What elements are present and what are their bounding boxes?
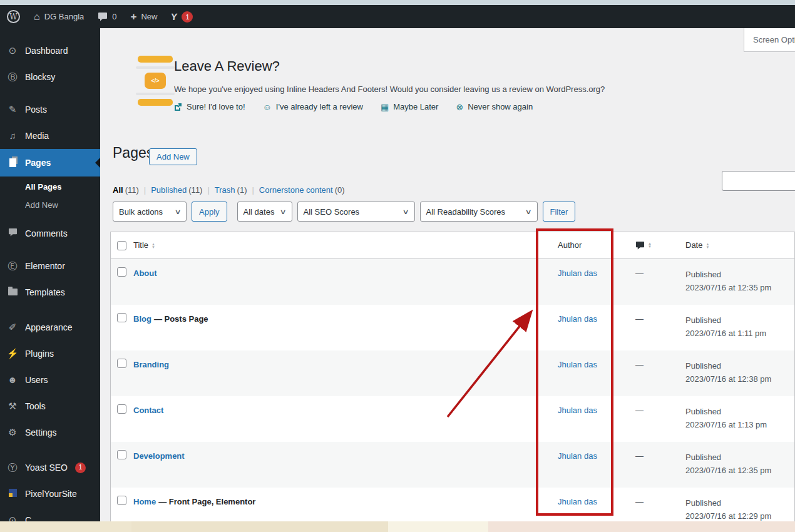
bottom-border-segment <box>388 521 488 532</box>
review-banner: Leave A Review? We hope you've enjoyed u… <box>174 58 605 111</box>
banner-title: Leave A Review? <box>174 58 605 74</box>
banner-icon-bar <box>138 99 173 106</box>
comments-admin-link[interactable]: 0 <box>91 5 123 28</box>
review-yes-label: Sure! I'd love to! <box>187 102 245 111</box>
sidebar-item-users[interactable]: ☻ Users <box>0 367 100 393</box>
sidebar-item-posts[interactable]: ✎ Posts <box>0 96 100 123</box>
home-icon: ⌂ <box>34 13 40 21</box>
comment-bubble-icon <box>635 241 645 250</box>
publish-status: Published <box>685 405 767 418</box>
sidebar-item-label: Posts <box>25 104 47 115</box>
view-all-link[interactable]: All <box>113 185 123 195</box>
author-link[interactable]: Jhulan das <box>558 497 597 506</box>
author-link[interactable]: Jhulan das <box>558 360 597 369</box>
smiley-icon: ☺ <box>263 103 272 111</box>
maybe-later-link[interactable]: ▦ Maybe Later <box>381 102 439 111</box>
filter-button[interactable]: Filter <box>543 202 576 222</box>
review-yes-link[interactable]: Sure! I'd love to! <box>174 102 245 111</box>
add-new-button[interactable]: Add New <box>149 148 197 165</box>
already-reviewed-link[interactable]: ☺ I've already left a review <box>263 102 363 111</box>
sidebar-item-partial-bottom[interactable]: ⊙ C <box>0 507 100 521</box>
blocksy-icon: Ⓑ <box>6 71 19 83</box>
sidebar-item-plugins[interactable]: ⚡ Plugins <box>0 340 100 367</box>
view-published-link[interactable]: Published <box>151 185 187 195</box>
view-trash-link[interactable]: Trash <box>215 185 235 195</box>
search-pages-input[interactable] <box>722 171 795 191</box>
sidebar-item-label: Pages <box>25 157 51 168</box>
apply-button[interactable]: Apply <box>192 202 227 222</box>
sidebar-item-pixelyoursite[interactable]: PixelYourSite <box>0 481 100 507</box>
publish-datetime: 2023/07/16 at 12:29 pm <box>685 509 771 521</box>
yoast-seo-icon: Ⓨ <box>6 462 19 473</box>
page-title-suffix: — Posts Page <box>154 314 208 324</box>
view-published[interactable]: Published(11) <box>151 185 202 195</box>
calendar-icon: ▦ <box>381 103 389 111</box>
sidebar-item-tools[interactable]: ⚒ Tools <box>0 393 100 419</box>
view-cornerstone[interactable]: Cornerstone content(0) <box>259 185 345 195</box>
page-title: Pages <box>113 145 153 161</box>
maybe-later-label: Maybe Later <box>393 102 438 111</box>
select-all-checkbox[interactable] <box>117 241 126 250</box>
seo-scores-value: All SEO Scores <box>304 207 360 217</box>
sidebar-item-templates[interactable]: Templates <box>0 279 100 305</box>
row-checkbox[interactable] <box>117 359 126 368</box>
author-link[interactable]: Jhulan das <box>558 406 597 415</box>
author-link[interactable]: Jhulan das <box>558 314 597 324</box>
view-all[interactable]: All(11) <box>113 185 139 195</box>
page-title-link[interactable]: About <box>133 269 157 278</box>
page-title-cell: About <box>133 269 160 278</box>
page-title-link[interactable]: Branding <box>133 360 169 369</box>
row-checkbox[interactable] <box>117 450 126 459</box>
page-title-cell: Development <box>133 451 187 461</box>
bottom-border-segment <box>488 521 795 532</box>
submenu-item-add-new[interactable]: Add New <box>0 196 100 214</box>
author-link[interactable]: Jhulan das <box>558 269 597 278</box>
view-trash[interactable]: Trash(1) <box>215 185 247 195</box>
sidebar-item-settings[interactable]: ⚙ Settings <box>0 419 100 446</box>
column-header-date[interactable]: Date▲▼ <box>685 240 709 250</box>
sidebar-item-comments[interactable]: Comments <box>0 220 100 247</box>
screen-options-tab[interactable]: Screen Options <box>744 28 795 52</box>
sidebar-item-pages[interactable]: Pages <box>0 149 100 176</box>
screenshot-bottom-border <box>0 521 795 532</box>
sidebar-item-appearance[interactable]: ✐ Appearance <box>0 314 100 340</box>
page-title-suffix: — Front Page, Elementor <box>158 497 255 506</box>
author-cell: Jhulan das <box>558 360 597 369</box>
row-checkbox[interactable] <box>117 404 126 414</box>
tools-wrench-icon: ⚒ <box>6 401 19 412</box>
sidebar-item-blocksy[interactable]: Ⓑ Blocksy <box>0 64 100 90</box>
publish-status: Published <box>685 359 771 372</box>
column-header-comments[interactable]: ▲▼ <box>635 240 652 250</box>
page-title-link[interactable]: Home <box>133 497 156 506</box>
yoast-icon: Y <box>171 11 178 22</box>
sidebar-item-media[interactable]: ♫ Media <box>0 123 100 149</box>
readability-scores-select[interactable]: All Readability Scores ∨ <box>420 202 538 222</box>
row-checkbox[interactable] <box>117 267 126 277</box>
seo-scores-select[interactable]: All SEO Scores ∨ <box>297 202 415 222</box>
date-header-label: Date <box>685 240 702 250</box>
row-checkbox[interactable] <box>117 313 126 322</box>
view-cornerstone-link[interactable]: Cornerstone content <box>259 185 333 195</box>
submenu-item-all-pages[interactable]: All Pages <box>0 178 100 196</box>
site-name-link[interactable]: ⌂ DG Bangla <box>27 5 91 28</box>
admin-bar: W ⌂ DG Bangla 0 + New Y 1 <box>0 5 795 28</box>
yoast-admin-menu[interactable]: Y 1 <box>164 5 200 28</box>
sidebar-item-elementor[interactable]: Ⓔ Elementor <box>0 253 100 279</box>
table-row: About Jhulan das — Published2023/07/16 a… <box>111 259 794 305</box>
page-title-link[interactable]: Blog <box>133 314 151 324</box>
row-checkbox[interactable] <box>117 496 126 505</box>
sort-arrows-icon: ▲▼ <box>648 242 652 248</box>
wordpress-menu-button[interactable]: W <box>0 5 27 28</box>
dates-filter-select[interactable]: All dates ∨ <box>237 202 292 222</box>
column-header-title[interactable]: Title▲▼ <box>133 240 155 250</box>
never-show-label: Never show again <box>468 102 533 111</box>
sidebar-item-yoast-seo[interactable]: Ⓨ Yoast SEO 1 <box>0 454 100 481</box>
users-icon: ☻ <box>6 374 19 386</box>
author-link[interactable]: Jhulan das <box>558 451 597 461</box>
never-show-link[interactable]: ⊗ Never show again <box>456 102 533 111</box>
sidebar-item-dashboard[interactable]: ⊙ Dashboard <box>0 38 100 64</box>
new-content-button[interactable]: + New <box>124 5 165 28</box>
page-title-link[interactable]: Development <box>133 451 185 461</box>
bulk-actions-select[interactable]: Bulk actions ∨ <box>113 202 187 222</box>
page-title-link[interactable]: Contact <box>133 406 163 415</box>
